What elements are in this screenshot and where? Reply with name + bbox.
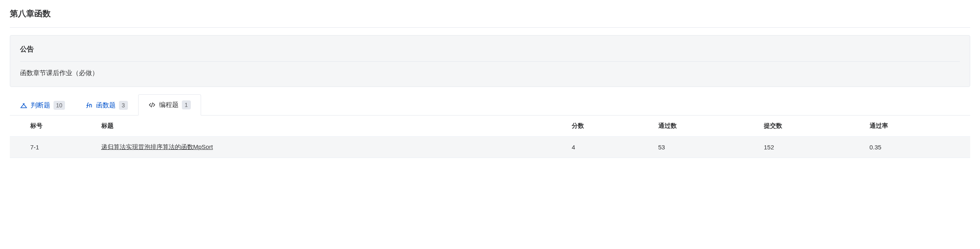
tab-function-count: 3 bbox=[119, 101, 128, 110]
cell-pass: 53 bbox=[653, 137, 759, 158]
th-submit: 提交数 bbox=[759, 116, 865, 137]
th-score: 分数 bbox=[567, 116, 653, 137]
cell-id: 7-1 bbox=[10, 137, 96, 158]
cell-score: 4 bbox=[567, 137, 653, 158]
tab-programming-label: 编程题 bbox=[159, 101, 179, 109]
tabs-container: 判断题 10 函数题 3 bbox=[10, 94, 970, 116]
code-icon bbox=[148, 101, 156, 109]
cell-submit: 152 bbox=[759, 137, 865, 158]
svg-line-1 bbox=[23, 104, 27, 107]
cell-rate: 0.35 bbox=[865, 137, 971, 158]
tab-function-label: 函数题 bbox=[96, 101, 116, 110]
svg-line-4 bbox=[151, 103, 152, 107]
tab-programming[interactable]: 编程题 1 bbox=[138, 94, 201, 116]
tab-judge[interactable]: 判断题 10 bbox=[10, 95, 75, 116]
th-title: 标题 bbox=[96, 116, 567, 137]
th-pass: 通过数 bbox=[653, 116, 759, 137]
problems-table-wrap: 标号 标题 分数 通过数 提交数 通过率 7-1 递归算法实现冒泡排序算法的函数… bbox=[10, 116, 970, 158]
table-header-row: 标号 标题 分数 通过数 提交数 通过率 bbox=[10, 116, 970, 137]
divider bbox=[10, 27, 970, 28]
tab-judge-label: 判断题 bbox=[31, 101, 50, 110]
page-title: 第八章函数 bbox=[10, 8, 970, 19]
cell-title: 递归算法实现冒泡排序算法的函数MpSort bbox=[96, 137, 567, 158]
problems-table: 标号 标题 分数 通过数 提交数 通过率 7-1 递归算法实现冒泡排序算法的函数… bbox=[10, 116, 970, 158]
problem-link[interactable]: 递归算法实现冒泡排序算法的函数MpSort bbox=[101, 143, 213, 150]
tab-judge-count: 10 bbox=[54, 101, 65, 110]
notice-header: 公告 bbox=[20, 44, 960, 62]
th-id: 标号 bbox=[10, 116, 96, 137]
function-icon bbox=[85, 102, 93, 109]
th-rate: 通过率 bbox=[865, 116, 971, 137]
notice-body: 函数章节课后作业（必做） bbox=[20, 62, 960, 78]
table-row: 7-1 递归算法实现冒泡排序算法的函数MpSort 4 53 152 0.35 bbox=[10, 137, 970, 158]
tab-function[interactable]: 函数题 3 bbox=[75, 95, 138, 116]
tab-programming-count: 1 bbox=[182, 100, 191, 109]
notice-card: 公告 函数章节课后作业（必做） bbox=[10, 35, 970, 87]
judge-icon bbox=[20, 102, 27, 109]
